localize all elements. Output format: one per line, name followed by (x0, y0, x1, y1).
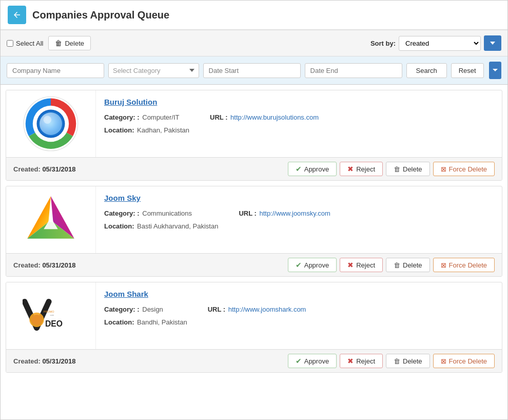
action-buttons-1: ✔ Approve ✖ Reject 🗑 Delete ⊠ Force Dele… (288, 162, 495, 176)
category-row-1: Category: : Computer/IT (104, 113, 189, 121)
cards-area: Buruj Solution Category: : Computer/IT L… (1, 85, 507, 378)
reject-button-2[interactable]: ✖ Reject (340, 258, 383, 272)
svg-text:PROMO: PROMO (44, 311, 54, 314)
trash-icon-1: 🗑 (394, 165, 400, 173)
x-icon-1: ✖ (347, 165, 354, 173)
date-start-input[interactable] (203, 63, 301, 78)
trash-icon-3: 🗑 (394, 357, 400, 365)
url-row-3: URL : http://www.joomshark.com (208, 306, 306, 313)
page-header: Companies Approval Queue (1, 1, 507, 30)
category-row-2: Category: : Communications (104, 209, 218, 217)
expand-filter-button[interactable] (489, 62, 501, 79)
check-icon-1: ✔ (296, 165, 302, 173)
info-grid-2: Category: : Communications Location: Bas… (104, 209, 494, 235)
category-row-3: Category: : Design (104, 306, 187, 313)
force-delete-button-1[interactable]: ⊠ Force Delete (433, 162, 495, 176)
force-icon-2: ⊠ (441, 261, 446, 269)
delete-action-button-2[interactable]: 🗑 Delete (386, 258, 430, 272)
chrome-logo-svg (23, 96, 79, 152)
url-row-1: URL : http://www.burujsolutions.com (210, 113, 319, 121)
info-col-left-3: Category: : Design Location: Bandhi, Pak… (104, 306, 187, 331)
reject-button-1[interactable]: ✖ Reject (340, 162, 383, 176)
company-logo-1 (6, 90, 96, 157)
company-name-input[interactable] (7, 63, 104, 78)
filter-bar: Select Category Computer/IT Communicatio… (1, 56, 507, 85)
card-footer-2: Created: 05/31/2018 ✔ Approve ✖ Reject 🗑… (6, 253, 502, 276)
delete-action-button-1[interactable]: 🗑 Delete (386, 162, 430, 176)
trash-icon-2: 🗑 (394, 261, 400, 269)
category-select[interactable]: Select Category Computer/IT Communicatio… (108, 63, 199, 78)
created-label-2: Created: 05/31/2018 (13, 261, 75, 269)
chevron-down-icon (492, 67, 498, 73)
info-grid-3: Category: : Design Location: Bandhi, Pak… (104, 306, 494, 331)
force-delete-button-2[interactable]: ⊠ Force Delete (433, 258, 495, 272)
card-info-2: Joom Sky Category: : Communications Loca… (96, 186, 502, 253)
approve-button-3[interactable]: ✔ Approve (288, 354, 337, 368)
card-body-3: PROMO .com DEO Joom Shark Category: : D (6, 282, 502, 349)
x-icon-2: ✖ (347, 261, 354, 269)
reject-button-3[interactable]: ✖ Reject (340, 354, 383, 368)
card-body-2: Joom Sky Category: : Communications Loca… (6, 186, 502, 253)
card-info-1: Buruj Solution Category: : Computer/IT L… (96, 90, 502, 157)
info-grid-1: Category: : Computer/IT Location: Kadhan… (104, 113, 494, 139)
company-card-3: PROMO .com DEO Joom Shark Category: : D (6, 282, 502, 373)
force-delete-button-3[interactable]: ⊠ Force Delete (433, 354, 495, 368)
location-row-2: Location: Basti Aukharvand, Pakistan (104, 222, 218, 230)
select-all-checkbox[interactable] (7, 40, 13, 47)
svg-point-3 (40, 112, 62, 135)
card-footer-1: Created: 05/31/2018 ✔ Approve ✖ Reject 🗑… (6, 157, 502, 180)
created-label-3: Created: 05/31/2018 (13, 357, 75, 365)
joomsky-logo-svg (23, 192, 79, 248)
sort-direction-button[interactable] (484, 35, 501, 51)
x-icon-3: ✖ (347, 357, 354, 365)
company-logo-2 (6, 186, 96, 253)
svg-point-11 (31, 315, 42, 325)
check-icon-2: ✔ (296, 261, 302, 269)
company-url-2[interactable]: http://www.joomsky.com (258, 209, 330, 217)
search-button[interactable]: Search (406, 63, 447, 78)
info-col-right-3: URL : http://www.joomshark.com (208, 306, 306, 331)
force-icon-1: ⊠ (441, 165, 446, 173)
company-card-2: Joom Sky Category: : Communications Loca… (6, 186, 502, 277)
created-label-1: Created: 05/31/2018 (13, 165, 75, 173)
reset-button[interactable]: Reset (451, 63, 484, 78)
trash-icon: 🗑 (55, 39, 62, 47)
svg-text:DEO: DEO (45, 319, 63, 328)
company-name-1[interactable]: Buruj Solution (104, 98, 494, 106)
toolbar: Select All 🗑 Delete Sort by: Created Nam… (1, 30, 507, 56)
company-name-2[interactable]: Joom Sky (104, 194, 494, 202)
company-name-3[interactable]: Joom Shark (104, 290, 494, 298)
location-row-1: Location: Kadhan, Pakistan (104, 126, 189, 134)
sort-arrow-icon (489, 40, 496, 47)
info-col-right-1: URL : http://www.burujsolutions.com (210, 113, 319, 139)
info-col-right-2: URL : http://www.joomsky.com (239, 209, 330, 235)
date-end-input[interactable] (305, 63, 402, 78)
check-icon-3: ✔ (296, 357, 302, 365)
url-row-2: URL : http://www.joomsky.com (239, 209, 330, 217)
company-url-3[interactable]: http://www.joomshark.com (226, 306, 306, 313)
action-buttons-2: ✔ Approve ✖ Reject 🗑 Delete ⊠ Force Dele… (288, 258, 495, 272)
approve-button-1[interactable]: ✔ Approve (288, 162, 337, 176)
sort-select[interactable]: Created Name Category (399, 36, 481, 51)
info-col-left-2: Category: : Communications Location: Bas… (104, 209, 218, 235)
select-all-label[interactable]: Select All (7, 40, 43, 47)
company-url-1[interactable]: http://www.burujsolutions.com (228, 113, 319, 121)
location-row-3: Location: Bandhi, Pakistan (104, 318, 187, 326)
page-title: Companies Approval Queue (32, 9, 169, 21)
page-wrapper: Companies Approval Queue Select All 🗑 De… (0, 0, 508, 420)
card-info-3: Joom Shark Category: : Design Location: … (96, 282, 502, 349)
svg-point-4 (44, 116, 51, 124)
back-icon (12, 10, 22, 20)
delete-button[interactable]: 🗑 Delete (48, 36, 91, 50)
sort-section: Sort by: Created Name Category (370, 35, 501, 51)
company-logo-3: PROMO .com DEO (6, 282, 96, 349)
action-buttons-3: ✔ Approve ✖ Reject 🗑 Delete ⊠ Force Dele… (288, 354, 495, 368)
approve-button-2[interactable]: ✔ Approve (288, 258, 337, 272)
force-icon-3: ⊠ (441, 357, 446, 365)
card-footer-3: Created: 05/31/2018 ✔ Approve ✖ Reject 🗑… (6, 349, 502, 372)
info-col-left-1: Category: : Computer/IT Location: Kadhan… (104, 113, 189, 139)
svg-text:.com: .com (50, 314, 54, 316)
delete-action-button-3[interactable]: 🗑 Delete (386, 354, 430, 368)
back-button[interactable] (8, 6, 26, 24)
company-card-1: Buruj Solution Category: : Computer/IT L… (6, 90, 502, 181)
